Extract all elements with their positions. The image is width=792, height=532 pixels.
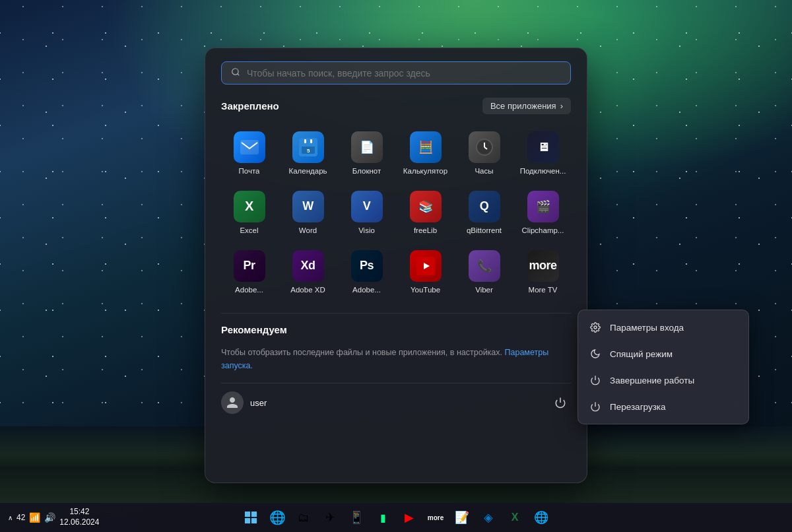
app-icon-word: W <box>292 191 324 222</box>
app-icon-excel: X <box>234 191 265 222</box>
power-context-menu: Параметры входаСпящий режимЗавершение ра… <box>578 310 749 424</box>
app-label-qbit: qBittorrent <box>467 226 502 236</box>
other-taskbar-icon[interactable]: 🌐 <box>529 506 553 529</box>
system-tray: ∧ 42 📶 🔊 15:42 12.06.2024 <box>8 507 99 527</box>
svg-rect-2 <box>240 140 259 154</box>
power-menu-icon-sleep <box>589 347 602 360</box>
app-icon-premiere: Pr <box>234 250 265 282</box>
app-item-clock[interactable]: Часы <box>456 125 512 182</box>
app-item-visio[interactable]: VVisio <box>339 184 395 241</box>
svg-rect-19 <box>245 512 250 517</box>
app-icon-notepad: 📄 <box>351 131 383 163</box>
svg-rect-6 <box>304 139 306 143</box>
app-icon-mail <box>234 131 265 163</box>
power-menu-item-shutdown[interactable]: Завершение работы <box>578 367 748 393</box>
tray-arrow[interactable]: ∧ <box>8 514 13 521</box>
search-bar[interactable] <box>221 61 571 84</box>
wifi-icon[interactable]: 📶 <box>29 512 40 523</box>
app-label-remote: Подключен... <box>520 167 566 176</box>
app-label-visio: Visio <box>358 226 375 236</box>
taskbar: 🌐 🗂 ✈ 📱 ▮ ▶ more 📝 ◈ X 🌐 ∧ 42 📶 🔊 15:42 … <box>0 503 792 532</box>
app-item-remote[interactable]: 🖥Подключен... <box>515 125 571 182</box>
power-menu-label-signin-options: Параметры входа <box>610 323 684 333</box>
power-menu-item-sleep[interactable]: Спящий режим <box>578 341 748 367</box>
explorer-taskbar-icon[interactable]: 🗂 <box>292 506 315 529</box>
app-item-calc[interactable]: 🧮Калькулятор <box>397 125 453 182</box>
app-item-moretv[interactable]: moreMore TV <box>515 244 571 300</box>
taskbar-center: 🌐 🗂 ✈ 📱 ▮ ▶ more 📝 ◈ X 🌐 <box>239 506 553 529</box>
app-label-notepad: Блокнот <box>352 167 381 176</box>
app-label-calendar: Календарь <box>288 167 327 176</box>
app-icon-photoshop: Ps <box>351 250 383 282</box>
stickynotes-taskbar-icon[interactable]: 📝 <box>450 506 474 529</box>
clock-time: 15:42 <box>59 507 99 517</box>
app-icon-freelib: 📚 <box>410 191 442 222</box>
telegram-taskbar-icon[interactable]: ✈ <box>318 506 342 529</box>
power-menu-label-shutdown: Завершение работы <box>610 376 694 385</box>
svg-point-0 <box>232 69 238 75</box>
app-icon-moretv: more <box>527 250 559 282</box>
app-item-mail[interactable]: Почта <box>221 125 277 182</box>
terminal-taskbar-icon[interactable]: ▮ <box>371 506 395 529</box>
all-apps-button[interactable]: Все приложения › <box>482 98 571 114</box>
app-label-viber: Viber <box>475 286 493 295</box>
app-item-freelib[interactable]: 📚freeLib <box>397 184 453 241</box>
app-item-qbit[interactable]: QqBittorrent <box>456 184 512 241</box>
app-item-youtube[interactable]: YouTube <box>397 244 453 300</box>
chevron-right-icon: › <box>560 101 563 111</box>
search-icon <box>231 67 240 79</box>
power-menu-icon-signin-options <box>589 321 602 334</box>
app-icon-viber: 📞 <box>469 250 500 282</box>
app-item-photoshop[interactable]: PsAdobe... <box>339 244 395 300</box>
pinned-section-header: Закреплено Все приложения › <box>221 98 571 114</box>
recommended-label: Рекомендуем <box>221 324 287 335</box>
power-menu-icon-restart <box>589 400 602 413</box>
app-item-clipchamp[interactable]: 🎬Clipchamp... <box>515 184 571 241</box>
power-menu-label-restart: Перезагрузка <box>610 402 666 412</box>
app-icon-calc: 🧮 <box>410 131 442 163</box>
user-bar: user Параметры входаСпящий режимЗавершен… <box>221 383 571 424</box>
power-menu-icon-shutdown <box>589 374 602 387</box>
app-item-notepad[interactable]: 📄Блокнот <box>339 125 395 182</box>
vscode-taskbar-icon[interactable]: ◈ <box>477 506 500 529</box>
app-label-freelib: freeLib <box>414 226 437 236</box>
excel-taskbar-icon[interactable]: X <box>503 506 527 529</box>
app-label-excel: Excel <box>240 226 258 236</box>
power-button[interactable] <box>550 392 571 413</box>
app-icon-clock <box>469 131 500 163</box>
app-item-premiere[interactable]: PrAdobe... <box>221 244 277 300</box>
search-input[interactable] <box>247 68 561 79</box>
startup-settings-link[interactable]: Параметры запуска. <box>221 348 548 370</box>
taskbar-clock[interactable]: 15:42 12.06.2024 <box>59 507 99 527</box>
pinned-label: Закреплено <box>221 100 279 112</box>
app-item-word[interactable]: WWord <box>280 184 336 241</box>
app-item-xd[interactable]: XdAdobe XD <box>280 244 336 300</box>
app-label-clock: Часы <box>475 167 493 176</box>
svg-rect-7 <box>310 139 312 143</box>
app-label-xd: Adobe XD <box>290 286 325 295</box>
user-info[interactable]: user <box>221 391 267 414</box>
moretv-taskbar-icon[interactable]: more <box>424 506 447 529</box>
start-button[interactable] <box>239 506 263 529</box>
recommended-section: Рекомендуем Чтобы отобразить последние ф… <box>221 313 571 383</box>
app-label-mail: Почта <box>239 167 260 176</box>
user-name: user <box>250 398 267 408</box>
power-menu-label-sleep: Спящий режим <box>610 349 673 359</box>
app-item-excel[interactable]: XExcel <box>221 184 277 241</box>
app-item-viber[interactable]: 📞Viber <box>456 244 512 300</box>
start-menu: Закреплено Все приложения › Почта5Календ… <box>205 48 587 483</box>
edge-taskbar-icon[interactable]: 🌐 <box>265 506 289 529</box>
svg-rect-21 <box>245 518 250 523</box>
app-item-calendar[interactable]: 5Календарь <box>280 125 336 182</box>
app-label-clipchamp: Clipchamp... <box>522 226 564 236</box>
app-icon-youtube <box>410 250 442 282</box>
power-menu-item-restart[interactable]: Перезагрузка <box>578 393 748 420</box>
app-label-youtube: YouTube <box>411 286 440 295</box>
sound-icon[interactable]: 🔊 <box>44 512 55 523</box>
power-menu-item-signin-options[interactable]: Параметры входа <box>578 314 748 341</box>
youtube-taskbar-icon[interactable]: ▶ <box>397 506 421 529</box>
svg-rect-20 <box>251 512 257 517</box>
all-apps-label: Все приложения <box>490 101 556 111</box>
recommended-header: Рекомендуем <box>221 324 571 335</box>
viber-taskbar-icon[interactable]: 📱 <box>345 506 368 529</box>
